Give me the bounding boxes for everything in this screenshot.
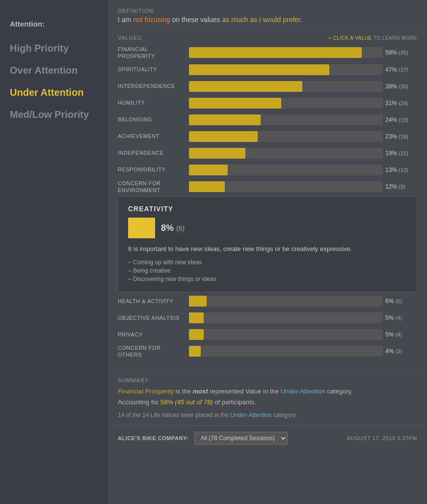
bar-fill xyxy=(189,165,228,175)
bar-container: 4% (3) xyxy=(189,346,383,357)
summary-mid1: is the xyxy=(174,388,192,395)
bar-label: FINANCIAL PROSPERITY xyxy=(118,46,189,60)
bar-fill xyxy=(189,47,362,58)
tooltip-list: – Coming up with new ideas – Being creat… xyxy=(128,259,407,282)
summary-section: SUMMARY: Financial Prosperity is the mos… xyxy=(108,370,427,425)
footer-select[interactable]: All (78 Completed Sessions) xyxy=(194,432,288,445)
bar-outer: 4% (3) xyxy=(189,346,383,357)
bar-row[interactable]: INDEPENDENCE19% (15) xyxy=(118,146,417,160)
bar-row[interactable]: SPIRITUALITY47% (37) xyxy=(118,63,417,77)
summary-link1[interactable]: Financial Prosperity xyxy=(118,388,174,395)
bar-row[interactable]: PRIVACY5% (4) xyxy=(118,328,417,341)
bar-container: 6% (5) xyxy=(189,296,383,307)
bar-fill xyxy=(189,131,258,142)
values-hint-suffix: TO LEARN MORE xyxy=(372,35,417,41)
summary-end: category. xyxy=(325,388,353,395)
summary-text: Financial Prosperity is the most represe… xyxy=(118,386,417,408)
bar-container: 38% (30) xyxy=(189,81,383,92)
bar-outer: 38% (30) xyxy=(189,81,383,92)
tooltip-list-item: – Discovering new things or ideas xyxy=(128,276,407,282)
bar-label: CONCERN FOR ENVIRONMENT xyxy=(118,180,189,194)
bar-row[interactable]: CONCERN FOR OTHERS4% (3) xyxy=(118,344,417,359)
footer: ALICE'S BIKE COMPANY: All (78 Completed … xyxy=(108,425,427,450)
bar-label: OBJECTIVE ANALYSIS xyxy=(118,314,189,321)
bar-value: 13% (10) xyxy=(385,167,415,173)
bar-outer: 47% (37) xyxy=(189,64,383,75)
summary-bold: most xyxy=(192,388,208,395)
summary-label: SUMMARY: xyxy=(118,377,417,383)
bar-value: 58% (45) xyxy=(385,49,415,56)
bar-value: 19% (15) xyxy=(385,150,415,157)
bar-row[interactable]: HUMILITY31% (24) xyxy=(118,96,417,110)
bar-row[interactable]: INTERDEPENDENCE38% (30) xyxy=(118,80,417,93)
bars-after-container: HEALTH & ACTIVITY6% (5)OBJECTIVE ANALYSI… xyxy=(118,294,417,359)
sidebar-item-under-attention[interactable]: Under Attention xyxy=(10,87,98,98)
bar-label: INTERDEPENDENCE xyxy=(118,83,189,89)
bar-label: HEALTH & ACTIVITY xyxy=(118,298,189,305)
bar-label: INDEPENDENCE xyxy=(118,149,189,156)
bar-row[interactable]: ACHIEVEMENT23% (18) xyxy=(118,130,417,143)
bar-container: 24% (19) xyxy=(189,114,383,125)
bar-fill xyxy=(189,329,204,340)
bar-container: 5% (4) xyxy=(189,329,383,340)
values-section: VALUES: + CLICK A VALUE TO LEARN MORE FI… xyxy=(108,30,427,366)
bar-label: RESPONSIBILITY xyxy=(118,166,189,173)
bar-row[interactable]: BELONGING24% (19) xyxy=(118,113,417,127)
bar-value: 23% (18) xyxy=(385,133,415,140)
definition-label: DEFINITION: xyxy=(118,8,417,14)
sidebar-item-high-priority[interactable]: High Priority xyxy=(10,43,98,54)
values-label: VALUES: xyxy=(118,35,144,41)
bar-fill xyxy=(189,98,281,109)
tooltip-list-item: – Being creative xyxy=(128,267,407,274)
summary-note-link[interactable]: Under-Attention xyxy=(230,412,271,419)
bar-row[interactable]: OBJECTIVE ANALYSIS5% (4) xyxy=(118,311,417,325)
summary-link2[interactable]: Under-Attention xyxy=(280,388,325,395)
definition-highlight2: as much as I would prefer xyxy=(222,16,300,24)
bar-value: 24% (19) xyxy=(385,116,415,123)
summary-note-end: category. xyxy=(271,412,297,419)
bar-value: 38% (30) xyxy=(385,83,415,90)
bar-outer: 12% (9) xyxy=(189,181,383,192)
bar-outer: 5% (4) xyxy=(189,329,383,340)
bar-value: 31% (24) xyxy=(385,100,415,107)
tooltip-bar-box xyxy=(128,218,155,238)
definition-prefix: I am xyxy=(118,16,133,24)
bar-outer: 23% (18) xyxy=(189,131,383,142)
summary-line2-end: of participants. xyxy=(213,398,256,406)
bar-fill xyxy=(189,81,302,92)
sidebar-item-med-low-priority[interactable]: Med/Low Priority xyxy=(10,109,98,120)
bar-value: 5% (4) xyxy=(385,331,415,338)
bar-container: 58% (45) xyxy=(189,47,383,58)
bar-label: HUMILITY xyxy=(118,99,189,106)
bar-outer: 58% (45) xyxy=(189,47,383,58)
summary-italic: (45 out of 78) xyxy=(173,398,213,406)
bar-row[interactable]: FINANCIAL PROSPERITY58% (45) xyxy=(118,46,417,60)
tooltip-description: It is important to have new ideas, creat… xyxy=(128,244,407,254)
tooltip-list-item: – Coming up with new ideas xyxy=(128,259,407,266)
bar-label: SPIRITUALITY xyxy=(118,66,189,73)
sidebar-item-over-attention[interactable]: Over Attention xyxy=(10,65,98,76)
bar-value: 4% (3) xyxy=(385,348,415,355)
definition-highlight1: not focusing xyxy=(133,16,170,24)
bar-row[interactable]: HEALTH & ACTIVITY6% (5) xyxy=(118,294,417,308)
bar-row[interactable]: CONCERN FOR ENVIRONMENT12% (9) xyxy=(118,180,417,194)
summary-note-prefix: 14 of the 14 Life Values were placed in … xyxy=(118,412,230,419)
bar-outer: 5% (4) xyxy=(189,312,383,323)
definition-text: I am not focusing on these values as muc… xyxy=(118,16,417,24)
footer-company-name: ALICE'S BIKE COMPANY: xyxy=(118,435,188,441)
bar-row[interactable]: RESPONSIBILITY13% (10) xyxy=(118,163,417,177)
main-content: DEFINITION: I am not focusing on these v… xyxy=(108,0,427,504)
bars-before-container: FINANCIAL PROSPERITY58% (45)SPIRITUALITY… xyxy=(118,46,417,194)
values-hint: + CLICK A VALUE TO LEARN MORE xyxy=(328,35,417,41)
bar-outer: 31% (24) xyxy=(189,98,383,109)
tooltip-bar-row: 8% (6) xyxy=(128,218,407,238)
bar-fill xyxy=(189,148,245,159)
summary-mid2: represented Value in the xyxy=(208,388,281,395)
bar-fill xyxy=(189,296,207,307)
bar-value: 6% (5) xyxy=(385,298,415,305)
tooltip-card[interactable]: CREATIVITY 8% (6) It is important to hav… xyxy=(118,196,417,292)
definition-section: DEFINITION: I am not focusing on these v… xyxy=(108,0,427,30)
tooltip-count: (6) xyxy=(176,224,185,232)
definition-middle: on these values xyxy=(170,16,222,24)
bar-container: 19% (15) xyxy=(189,148,383,159)
